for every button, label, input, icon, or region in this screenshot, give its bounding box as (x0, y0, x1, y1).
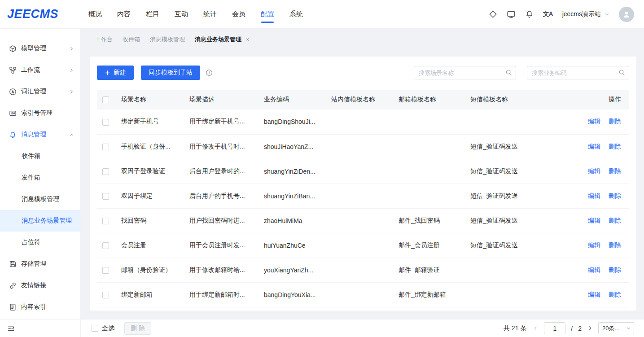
row-checkbox[interactable] (102, 168, 109, 175)
sidebar-item-content-index[interactable]: 内容索引 (0, 296, 80, 318)
edit-link[interactable]: 编辑 (588, 118, 600, 125)
sidebar-subitem-message-scene[interactable]: 消息业务场景管理 (0, 210, 80, 232)
edit-link[interactable]: 编辑 (588, 217, 600, 224)
sidebar-item-message-management[interactable]: 消息管理 (0, 124, 80, 145)
delete-link[interactable]: 删除 (609, 266, 621, 273)
sidebar-subitem-message-template[interactable]: 消息模板管理 (0, 188, 80, 210)
row-checkbox[interactable] (102, 193, 109, 200)
content-index-icon (9, 303, 17, 311)
info-icon[interactable] (206, 69, 213, 76)
nav-item-statistics[interactable]: 统计 (196, 0, 224, 28)
sidebar-subitem-inbox[interactable]: 收件箱 (0, 145, 80, 167)
nav-item-content[interactable]: 内容 (110, 0, 138, 28)
notifications-bell-icon[interactable] (525, 9, 534, 19)
chevron-up-icon (69, 132, 74, 137)
edit-link[interactable]: 编辑 (588, 241, 600, 249)
page-input[interactable] (544, 322, 565, 334)
footer-select-all-checkbox[interactable] (92, 325, 98, 332)
delete-link[interactable]: 删除 (609, 118, 621, 125)
sidebar-subitem-outbox[interactable]: 发件箱 (0, 167, 80, 188)
site-switcher[interactable]: jeecms演示站 (562, 10, 609, 18)
column-header-sms-template: 短信模板名称 (467, 90, 580, 109)
tab-message-template[interactable]: 消息模板管理 (150, 35, 185, 44)
nav-item-config[interactable]: 配置 (253, 0, 282, 28)
row-checkbox[interactable] (102, 267, 109, 274)
user-avatar[interactable] (619, 7, 634, 22)
table-row: 双因子登录验证 后台用户登录时的... shuangYinZiDen... 短信… (97, 159, 629, 184)
total-pages: 2 (578, 325, 582, 332)
search-icon[interactable] (505, 69, 512, 76)
tab-inbox[interactable]: 收件箱 (123, 35, 140, 44)
mail-template-cell: 邮件_绑定新邮箱 (395, 282, 467, 307)
select-all-checkbox[interactable] (102, 96, 109, 103)
page-size-select[interactable]: 20条... (598, 322, 634, 334)
sync-button-label: 同步模板到子站 (149, 69, 193, 77)
row-checkbox[interactable] (102, 292, 109, 298)
column-header-mail-template: 邮箱模板名称 (395, 90, 467, 109)
sidebar-item-label: 消息管理 (21, 131, 46, 139)
scene-name-cell: 邮箱（身份验证） (118, 258, 186, 282)
search-scene-input[interactable] (414, 66, 516, 79)
sidebar-item-workflow[interactable]: 工作流 (0, 59, 80, 81)
edit-link[interactable]: 编辑 (588, 167, 600, 175)
delete-link[interactable]: 删除 (609, 217, 621, 224)
row-checkbox[interactable] (102, 242, 109, 249)
delete-link[interactable]: 删除 (609, 192, 621, 199)
new-button[interactable]: 新建 (97, 66, 134, 80)
sidebar-item-vocabulary[interactable]: 词汇管理 (0, 81, 80, 102)
edit-link[interactable]: 编辑 (588, 192, 600, 199)
scene-name-cell: 绑定新邮箱 (118, 282, 186, 307)
table-row: 会员注册 用于会员注册时发... huiYuanZhuCe 邮件_会员注册 短信… (97, 233, 629, 258)
delete-link[interactable]: 删除 (609, 167, 621, 175)
search-icon[interactable] (618, 69, 625, 76)
sidebar-item-label: 模型管理 (21, 44, 46, 53)
scene-name-cell: 会员注册 (118, 233, 186, 258)
scene-desc-cell: 用于绑定新邮箱时... (186, 282, 260, 307)
tab-workbench[interactable]: 工作台 (95, 35, 113, 44)
language-icon[interactable]: 文A (543, 9, 553, 19)
row-checkbox[interactable] (102, 119, 109, 126)
sidebar-item-index-number[interactable]: 索引号管理 (0, 102, 80, 124)
edit-link[interactable]: 编辑 (588, 291, 600, 298)
column-header-biz-code: 业务编码 (260, 90, 328, 109)
batch-delete-button[interactable]: 删 除 (124, 322, 151, 335)
row-checkbox[interactable] (102, 144, 109, 150)
row-checkbox[interactable] (102, 218, 109, 224)
site-template-cell (328, 282, 395, 307)
sidebar-subitem-placeholder[interactable]: 占位符 (0, 232, 80, 253)
sync-template-button[interactable]: 同步模板到子站 (141, 66, 200, 80)
delete-link[interactable]: 删除 (609, 241, 621, 249)
nav-item-channel[interactable]: 栏目 (138, 0, 167, 28)
close-icon[interactable] (245, 37, 250, 42)
collapse-sidebar-icon[interactable] (7, 324, 15, 332)
column-header-operations: 操作 (580, 90, 629, 109)
chevron-right-icon (69, 68, 74, 73)
sidebar-item-storage[interactable]: 存储管理 (0, 253, 80, 275)
prev-page-button[interactable] (533, 325, 539, 331)
content-card: 新建 同步模板到子站 (90, 57, 636, 311)
chevron-right-icon (69, 89, 74, 94)
sms-template-cell (467, 109, 580, 134)
column-header-scene-name: 场景名称 (118, 90, 186, 109)
sidebar-item-friend-links[interactable]: 友情链接 (0, 275, 80, 296)
nav-item-interaction[interactable]: 互动 (167, 0, 196, 28)
next-page-button[interactable] (587, 325, 593, 331)
search-code-input[interactable] (527, 66, 629, 79)
edit-link[interactable]: 编辑 (588, 266, 600, 273)
pagination: 共 21 条 / 2 20条... (504, 322, 634, 334)
delete-link[interactable]: 删除 (609, 291, 621, 298)
theme-icon[interactable] (489, 9, 497, 19)
nav-item-system[interactable]: 系统 (282, 0, 311, 28)
edit-link[interactable]: 编辑 (588, 143, 600, 150)
nav-item-member[interactable]: 会员 (224, 0, 253, 28)
delete-link[interactable]: 删除 (609, 143, 621, 150)
total-count: 共 21 条 (504, 324, 526, 333)
tab-label: 消息业务场景管理 (195, 35, 241, 44)
nav-item-overview[interactable]: 概况 (81, 0, 110, 28)
bell-icon (9, 131, 17, 139)
monitor-icon[interactable] (507, 9, 516, 19)
tab-message-scene[interactable]: 消息业务场景管理 (195, 35, 250, 44)
sidebar-item-model-management[interactable]: 模型管理 (0, 38, 80, 59)
sms-template-cell: 短信_验证码发送 (467, 159, 580, 184)
sidebar: 模型管理 工作流 词汇管理 (0, 29, 81, 337)
